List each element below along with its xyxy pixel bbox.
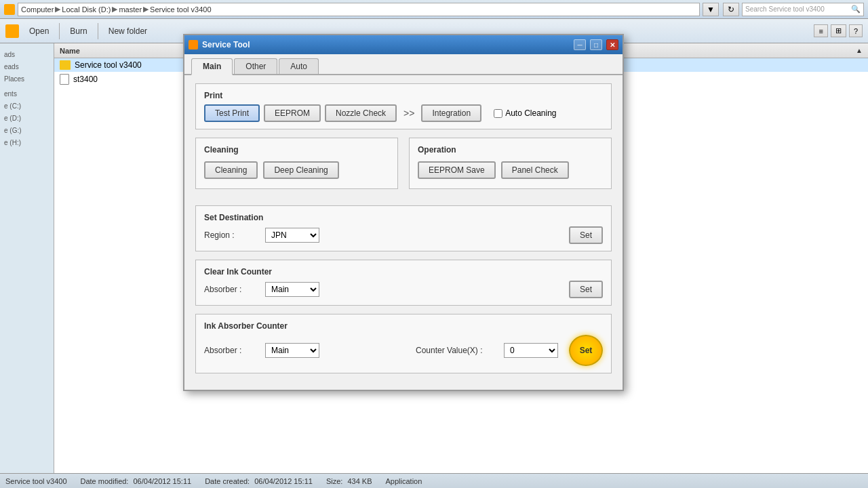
- ink-absorber-counter-section: Ink Absorber Counter Absorber : Main Sub…: [195, 314, 612, 373]
- dialog-content: Print Test Print EEPROM Nozzle Check >> …: [184, 75, 623, 390]
- status-app-type: Application: [386, 477, 422, 485]
- dialog-titlebar: Service Tool ─ □ ✕: [184, 35, 623, 54]
- toolbar-divider: [59, 23, 60, 39]
- status-item-name: Service tool v3400: [5, 477, 67, 485]
- eeprom-button[interactable]: EEPROM: [264, 104, 321, 122]
- file-icon-item: [60, 74, 69, 85]
- operation-buttons-row: EEPROM Save Panel Check: [418, 159, 603, 182]
- status-bar: Service tool v3400 Date modified: 06/04/…: [0, 473, 868, 488]
- new-folder-button[interactable]: New folder: [102, 24, 153, 39]
- tab-auto[interactable]: Auto: [279, 58, 319, 74]
- cleaning-title: Cleaning: [204, 145, 389, 155]
- sidebar-c[interactable]: e (C:): [4, 100, 50, 113]
- help-btn[interactable]: ?: [849, 24, 863, 37]
- set-destination-button[interactable]: Set: [569, 226, 603, 244]
- ink-absorber-counter-row: Absorber : Main Sub Counter Value(X) : 0…: [204, 335, 603, 366]
- view-details-btn[interactable]: ⊞: [831, 24, 846, 37]
- counter-value-dropdown[interactable]: 0 1 2 3: [504, 343, 558, 358]
- close-button[interactable]: ✕: [606, 39, 618, 50]
- breadcrumb-disk[interactable]: Local Disk (D:): [62, 5, 111, 14]
- print-section-title: Print: [204, 91, 603, 100]
- dialog-icon: [189, 40, 198, 49]
- search-box[interactable]: Search Service tool v3400 🔍: [742, 3, 864, 16]
- set-destination-section: Set Destination Region : JPN USA EUR Set: [195, 205, 612, 251]
- region-label: Region :: [204, 230, 258, 240]
- cleaning-operation-row: Cleaning Cleaning Deep Cleaning Operatio…: [195, 138, 612, 197]
- auto-cleaning-label: Auto Cleaning: [505, 108, 556, 118]
- region-dropdown[interactable]: JPN USA EUR: [265, 228, 319, 243]
- operation-title: Operation: [418, 145, 603, 155]
- status-date-created: Date created: 06/04/2012 15:11: [205, 477, 313, 485]
- breadcrumb-computer[interactable]: Computer: [21, 5, 54, 14]
- refresh-btn[interactable]: ↻: [723, 3, 739, 16]
- set-destination-title: Set Destination: [204, 213, 603, 222]
- burn-button[interactable]: Burn: [64, 24, 93, 39]
- minimize-button[interactable]: ─: [574, 39, 586, 50]
- counter-value-label: Counter Value(X) :: [416, 346, 497, 355]
- tab-other[interactable]: Other: [234, 58, 277, 74]
- search-icon[interactable]: 🔍: [851, 5, 861, 14]
- name-column-label: Name: [60, 47, 80, 55]
- set-ink-absorber-button[interactable]: Set: [569, 335, 603, 366]
- deep-cleaning-button[interactable]: Deep Cleaning: [263, 161, 338, 179]
- cleaning-button[interactable]: Cleaning: [204, 161, 258, 179]
- open-button[interactable]: Open: [23, 24, 55, 39]
- sidebar-g[interactable]: e (G:): [4, 125, 50, 137]
- restore-button[interactable]: □: [590, 39, 602, 50]
- sidebar-ads[interactable]: ads: [4, 49, 50, 61]
- view-list-btn[interactable]: ≡: [814, 24, 827, 37]
- clear-ink-counter-section: Clear Ink Counter Absorber : Main Sub Se…: [195, 260, 612, 306]
- set-destination-row: Region : JPN USA EUR Set: [204, 226, 603, 244]
- nozzle-check-button[interactable]: Nozzle Check: [325, 104, 397, 122]
- breadcrumb-master[interactable]: master: [119, 5, 142, 14]
- tab-bar: Main Other Auto: [184, 54, 623, 75]
- toolbar-divider2: [98, 23, 98, 39]
- status-size: Size: 434 KB: [326, 477, 372, 485]
- auto-cleaning-area: Auto Cleaning: [494, 108, 556, 118]
- tab-main[interactable]: Main: [191, 58, 233, 75]
- print-section: Print Test Print EEPROM Nozzle Check >> …: [195, 83, 612, 129]
- absorber-label-2: Absorber :: [204, 346, 258, 355]
- dialog-title: Service Tool: [202, 40, 570, 49]
- sidebar: ads eads Places ents e (C:) e (D:) e (G:…: [0, 43, 54, 473]
- explorer-topbar: Computer ▶ Local Disk (D:) ▶ master ▶ Se…: [0, 0, 868, 19]
- breadcrumb-service-tool[interactable]: Service tool v3400: [150, 5, 212, 14]
- sidebar-places[interactable]: Places: [4, 73, 50, 85]
- test-print-button[interactable]: Test Print: [204, 104, 260, 122]
- arrow-icon: >>: [403, 108, 414, 119]
- search-placeholder: Search Service tool v3400: [745, 5, 825, 13]
- clear-ink-counter-row: Absorber : Main Sub Set: [204, 281, 603, 298]
- absorber-label-1: Absorber :: [204, 285, 258, 294]
- folder-icon-item: [60, 60, 71, 70]
- ink-absorber-counter-title: Ink Absorber Counter: [204, 321, 603, 331]
- windows-icon: [4, 4, 15, 15]
- status-date-modified: Date modified: 06/04/2012 15:11: [81, 477, 192, 485]
- absorber-dropdown-1[interactable]: Main Sub: [265, 282, 319, 297]
- breadcrumb-expand[interactable]: ▼: [703, 3, 719, 16]
- view-controls: ≡ ⊞ ?: [814, 24, 863, 37]
- integration-button[interactable]: Integration: [421, 104, 481, 122]
- file-name: Service tool v3400: [75, 60, 142, 70]
- set-clear-ink-button[interactable]: Set: [569, 281, 603, 298]
- clear-ink-counter-title: Clear Ink Counter: [204, 267, 603, 277]
- file-name: st3400: [73, 75, 98, 84]
- sidebar-d[interactable]: e (D:): [4, 113, 50, 125]
- folder-icon: [5, 24, 19, 38]
- absorber-dropdown-2[interactable]: Main Sub: [265, 343, 319, 358]
- eeprom-save-button[interactable]: EEPROM Save: [418, 161, 496, 179]
- sidebar-ents[interactable]: ents: [4, 88, 50, 100]
- cleaning-buttons-row: Cleaning Deep Cleaning: [204, 159, 389, 182]
- sort-icon[interactable]: ▲: [856, 47, 863, 54]
- service-tool-dialog: Service Tool ─ □ ✕ Main Other Auto Print…: [183, 34, 624, 391]
- panel-check-button[interactable]: Panel Check: [501, 161, 569, 179]
- breadcrumb[interactable]: Computer ▶ Local Disk (D:) ▶ master ▶ Se…: [18, 3, 700, 16]
- sidebar-h[interactable]: e (H:): [4, 137, 50, 149]
- operation-section: Operation EEPROM Save Panel Check: [409, 138, 612, 189]
- auto-cleaning-checkbox[interactable]: [494, 109, 502, 118]
- cleaning-section: Cleaning Cleaning Deep Cleaning: [195, 138, 398, 189]
- sidebar-eads[interactable]: eads: [4, 61, 50, 73]
- print-buttons-row: Test Print EEPROM Nozzle Check >> Integr…: [204, 104, 603, 122]
